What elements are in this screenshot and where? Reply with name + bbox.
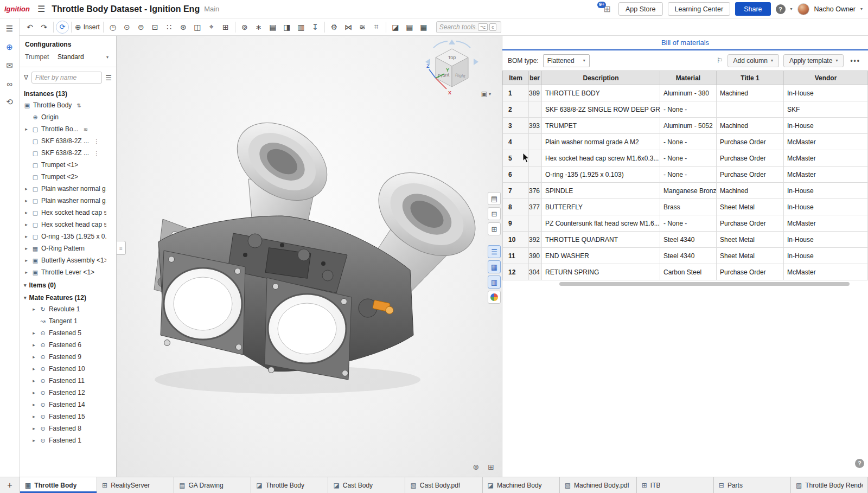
sheet-icon[interactable]: ▥ [294,21,308,34]
turntable-view-icon[interactable]: ⊚ [473,463,480,471]
structure-tree-icon[interactable]: ☰ [6,24,13,34]
units-settings-icon[interactable]: ⊞ [488,463,494,471]
chevron-right-icon[interactable]: ▸ [31,366,37,372]
bom-cell-number[interactable]: 376 [529,183,542,199]
panel-resize-handle[interactable]: ≡ [117,241,126,255]
bom-cell-title1[interactable]: Machined [717,183,784,199]
measure-icon[interactable]: ⌗ [369,21,384,34]
document-tab[interactable]: ▧Machined Body.pdf [560,477,637,493]
bom-cell-item[interactable]: 12 [503,264,529,280]
chevron-right-icon[interactable]: ▸ [23,198,29,203]
new-tab-button[interactable]: + [0,477,20,493]
rotate-cw-arrow-icon[interactable] [456,41,470,48]
search-tools-box[interactable]: ⌥ c [436,21,501,33]
bom-cell-item[interactable]: 11 [503,248,529,264]
bom-cell-vendor[interactable]: McMaster [784,264,868,280]
comments-panel-icon[interactable]: ▤ [488,192,501,205]
bom-cell-material[interactable]: Steel 4340 [660,248,717,264]
undo-icon[interactable]: ↶ [23,21,37,34]
mirror-icon[interactable]: ◫ [190,21,205,34]
bom-cell-material[interactable]: - None - [660,150,717,167]
bom-cell-number[interactable] [529,101,542,118]
rotate-ccw-arrow-icon[interactable] [433,41,448,48]
document-tab[interactable]: ⊞ITB [637,477,714,493]
chevron-right-icon[interactable]: ▸ [23,126,29,132]
bom-cell-item[interactable]: 5 [503,150,529,167]
bom-cell-material[interactable]: Aluminum - 380 [660,85,717,101]
bom-cell-description[interactable]: RETURN SPRING [542,264,660,280]
bom-cell-description[interactable]: THROTTLE BODY [542,85,660,101]
tree-item[interactable]: ▸⊙Fastened 10 [20,363,116,375]
bom-cell-description[interactable]: SPINDLE [542,183,660,199]
chevron-right-icon[interactable]: ▸ [23,186,29,191]
bom-cell-description[interactable]: Plain washer normal grade A M2 [542,134,660,150]
bom-cell-material[interactable]: Steel 4340 [660,232,717,248]
bom-column-header[interactable]: Description [542,71,660,85]
bom-cell-material[interactable]: - None - [660,101,717,118]
bom-column-header[interactable]: Material [660,71,717,85]
tree-item[interactable]: ⊕Origin [20,111,116,123]
chevron-right-icon[interactable]: ▸ [31,402,37,407]
cylindrical-mate-icon[interactable]: ⊙ [120,21,134,34]
tree-item[interactable]: ▸⊙Fastened 14 [20,399,116,411]
tree-item[interactable]: ▢Trumpet <1> [20,159,116,171]
tree-item[interactable]: ▸↻Revolute 1 [20,303,116,315]
tree-item[interactable]: ↝Tangent 1 [20,315,116,327]
bom-cell-item[interactable]: 7 [503,183,529,199]
main-menu-icon[interactable]: ☰ [37,4,45,14]
snapshot-icon[interactable]: ⊚ [238,21,252,34]
gear-relation-icon[interactable]: ⚙ [327,21,341,34]
instances-section-header[interactable]: Instances (13) [20,87,116,99]
config-value-dropdown[interactable]: Standard ▾ [55,52,111,62]
bom-cell-vendor[interactable]: In-House [784,118,868,134]
history-icon[interactable]: ⟲ [6,97,13,107]
follow-mode-icon[interactable]: ∞ [7,79,12,88]
bom-cell-material[interactable]: Brass [660,199,717,215]
bom-type-select[interactable]: Flattened ▾ [543,54,590,67]
bom-cell-vendor[interactable]: SKF [784,101,868,118]
render-studio-panel-icon[interactable] [488,291,501,304]
bom-cell-material[interactable]: Carbon Steel [660,264,717,280]
bom-cell-vendor[interactable]: McMaster [784,167,868,183]
bom-cell-title1[interactable]: Purchase Order [717,167,784,183]
items-section-header[interactable]: ▾ Items (0) [20,278,116,291]
document-tab[interactable]: ◪Machined Body [483,477,560,493]
bom-cell-description[interactable]: TRUMPET [542,118,660,134]
bom-cell-material[interactable]: - None - [660,134,717,150]
versions-panel-icon[interactable]: ▥ [488,276,501,289]
chevron-right-icon[interactable]: ▸ [23,270,29,275]
bom-cell-item[interactable]: 9 [503,215,529,232]
chevron-right-icon[interactable]: ▸ [31,390,37,395]
bom-cell-title1[interactable]: Purchase Order [717,150,784,167]
update-document-icon[interactable]: ⟳ [56,21,69,34]
share-button[interactable]: Share [735,2,770,16]
app-store-button[interactable]: App Store [618,2,663,16]
bom-cell-item[interactable]: 2 [503,101,529,118]
bom-cell-number[interactable] [529,134,542,150]
chevron-right-icon[interactable]: ▸ [23,258,29,263]
drawing-view-icon[interactable]: ▤ [403,21,417,34]
document-tab[interactable]: ◪Throttle Body [251,477,328,493]
bom-cell-item[interactable]: 1 [503,85,529,101]
chevron-right-icon[interactable]: ▸ [31,426,37,431]
notifications-icon[interactable]: ⊞9+ [601,4,614,14]
tree-item[interactable]: ▸⊙Fastened 12 [20,387,116,399]
add-column-button[interactable]: Add column ▾ [727,54,779,67]
chevron-right-icon[interactable]: ▸ [23,246,29,251]
tree-item[interactable]: ▸▢O-ring -135 (1.925 x 0... [20,231,116,242]
learning-center-button[interactable]: Learning Center [668,2,731,16]
apply-template-button[interactable]: Apply template ▾ [783,54,844,67]
feature-list-panel-icon[interactable]: ☰ [488,245,501,258]
tree-item[interactable]: ▸▣Butterfly Assembly <1> [20,254,116,266]
workspace-label[interactable]: Main [204,5,219,13]
bom-cell-vendor[interactable]: In-House [784,199,868,215]
document-tab[interactable]: ▤GA Drawing [174,477,251,493]
bom-cell-description[interactable]: END WASHER [542,248,660,264]
bom-cell-material[interactable]: Manganese Bronze [660,183,717,199]
bom-cell-material[interactable]: Aluminum - 5052 [660,118,717,134]
bom-scrollbar-thumb[interactable] [559,282,850,286]
chevron-right-icon[interactable]: ▸ [31,378,37,383]
comments-icon[interactable]: ✉ [6,61,13,71]
bom-cell-title1[interactable]: Machined [717,85,784,101]
bom-cell-item[interactable]: 4 [503,134,529,150]
